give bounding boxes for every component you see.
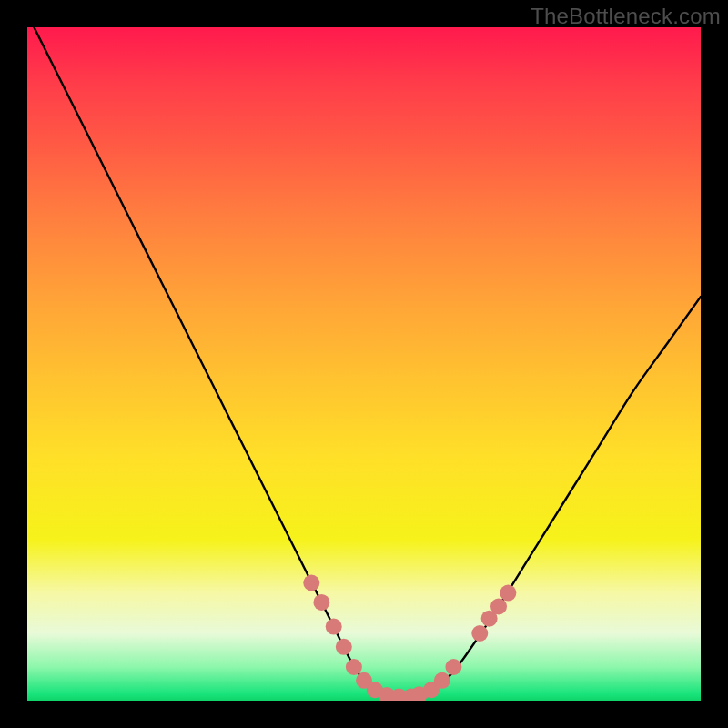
curve-marker-dot — [500, 585, 516, 602]
chart-svg — [27, 27, 701, 701]
curve-marker-dot — [471, 625, 488, 642]
curve-path-group — [27, 27, 701, 697]
curve-marker-dot — [445, 659, 461, 675]
brand-watermark: TheBottleneck.com — [531, 4, 721, 29]
bottleneck-curve — [27, 27, 701, 697]
curve-marker-dot — [346, 659, 362, 675]
chart-plot-area — [27, 27, 701, 701]
curve-marker-dot — [303, 575, 319, 592]
curve-marker-dot — [434, 672, 450, 689]
curve-markers — [303, 575, 516, 702]
curve-marker-dot — [326, 619, 342, 635]
curve-marker-dot — [490, 598, 507, 614]
curve-marker-dot — [336, 639, 352, 655]
chart-frame: TheBottleneck.com — [0, 0, 728, 728]
curve-marker-dot — [313, 594, 329, 611]
